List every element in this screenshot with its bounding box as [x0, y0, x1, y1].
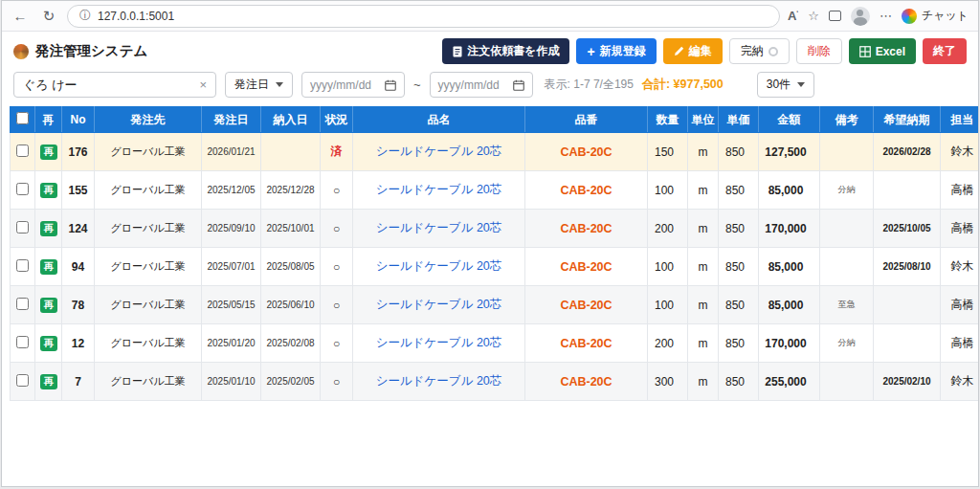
cell-unit: m — [688, 133, 719, 171]
exit-button[interactable]: 終了 — [923, 38, 967, 64]
cell-supplier: グローバル工業 — [95, 248, 202, 286]
cell-product: シールドケーブル 20芯 — [353, 248, 525, 286]
cell-reorder: 再 — [35, 171, 62, 210]
refresh-icon[interactable]: ↻ — [38, 8, 59, 25]
orders-table: 再No発注先発注日納入日状況品名品番数量単位単価金額備考希望納期担当 再176グ… — [10, 106, 979, 401]
page-size-select[interactable]: 30件 — [757, 72, 814, 98]
cell-price: 850 — [719, 324, 759, 363]
cell-reorder: 再 — [35, 286, 62, 324]
row-checkbox[interactable] — [16, 221, 29, 233]
cell-person: 鈴木 — [941, 133, 980, 171]
cell-no: 12 — [62, 324, 95, 363]
cell-desired: 2025/02/10 — [874, 363, 941, 401]
product-link[interactable]: シールドケーブル 20芯 — [376, 374, 502, 388]
chat-button[interactable]: チャット — [902, 8, 970, 24]
favorite-star-icon[interactable]: ☆ — [808, 9, 819, 23]
table-row[interactable]: 再7グローバル工業2025/01/102025/02/05○シールドケーブル 2… — [11, 363, 980, 401]
search-input[interactable]: ぐろ けー × — [13, 72, 216, 98]
table-row[interactable]: 再12グローバル工業2025/01/202025/02/08○シールドケーブル … — [11, 324, 980, 363]
profile-avatar[interactable] — [851, 7, 870, 26]
clear-search-icon[interactable]: × — [199, 78, 207, 92]
search-value: ぐろ けー — [23, 77, 78, 94]
cell-select — [11, 286, 35, 324]
cell-product: シールドケーブル 20芯 — [353, 363, 525, 401]
chevron-down-icon — [797, 82, 805, 87]
row-checkbox[interactable] — [16, 144, 29, 157]
chevron-down-icon — [276, 82, 283, 87]
table-row[interactable]: 再78グローバル工業2025/05/152025/06/10○シールドケーブル … — [11, 286, 980, 324]
collections-icon[interactable] — [829, 11, 841, 21]
column-header: 再 — [35, 107, 62, 133]
cell-supplier: グローバル工業 — [95, 133, 202, 171]
delete-button[interactable]: 削除 — [796, 38, 842, 64]
cell-price: 850 — [719, 248, 759, 286]
product-link[interactable]: シールドケーブル 20芯 — [376, 221, 502, 234]
cell-no: 7 — [62, 363, 95, 401]
row-checkbox[interactable] — [16, 259, 29, 272]
cell-unit: m — [688, 171, 719, 210]
browser-actions: Aʻ ☆ ⋯ チャット — [788, 7, 970, 26]
date-to-input[interactable]: yyyy/mm/dd — [430, 72, 533, 98]
product-link[interactable]: シールドケーブル 20芯 — [376, 298, 502, 311]
address-bar[interactable]: ⓘ 127.0.0.1:5001 — [67, 5, 780, 28]
complete-toggle-icon — [768, 47, 778, 56]
complete-button[interactable]: 完納 — [729, 38, 790, 64]
cell-note: 至急 — [820, 286, 874, 324]
cell-amount: 127,500 — [759, 133, 820, 171]
cell-person: 高橋 — [941, 171, 980, 210]
cell-supplier: グローバル工業 — [95, 363, 202, 401]
select-all-checkbox[interactable] — [16, 112, 29, 124]
table-row[interactable]: 再155グローバル工業2025/12/052025/12/28○シールドケーブル… — [11, 171, 980, 210]
cell-supplier: グローバル工業 — [95, 286, 202, 324]
toolbar: 注文依頼書を作成 + 新規登録 編集 完納 削除 Excel 終了 — [442, 38, 967, 64]
product-link[interactable]: シールドケーブル 20芯 — [376, 259, 502, 273]
cell-part: CAB-20C — [525, 210, 648, 248]
cell-qty: 100 — [648, 286, 688, 324]
cell-product: シールドケーブル 20芯 — [353, 210, 525, 248]
cell-qty: 200 — [648, 324, 688, 363]
cell-qty: 100 — [648, 171, 688, 210]
cell-qty: 300 — [648, 363, 688, 401]
read-aloud-icon[interactable]: Aʻ — [788, 9, 798, 23]
date-from-input[interactable]: yyyy/mm/dd — [301, 72, 405, 98]
product-link[interactable]: シールドケーブル 20芯 — [376, 183, 502, 196]
reorder-badge: 再 — [40, 336, 57, 351]
back-icon[interactable]: ← — [10, 8, 31, 24]
date-field-select[interactable]: 発注日 — [225, 72, 293, 98]
cell-note — [820, 210, 874, 248]
row-checkbox[interactable] — [16, 183, 29, 195]
edit-button[interactable]: 編集 — [663, 38, 723, 64]
cell-desired: 2025/10/05 — [874, 210, 941, 248]
row-checkbox[interactable] — [16, 298, 29, 310]
cell-desired — [874, 286, 941, 324]
cell-delivery_date: 2025/06/10 — [261, 286, 321, 324]
cell-delivery_date: 2025/10/01 — [261, 210, 321, 248]
excel-export-button[interactable]: Excel — [849, 38, 916, 64]
product-link[interactable]: シールドケーブル 20芯 — [376, 144, 502, 158]
excel-grid-icon — [859, 46, 871, 57]
cell-product: シールドケーブル 20芯 — [353, 171, 525, 210]
column-header: 金額 — [759, 107, 820, 133]
cell-desired: 2025/08/10 — [874, 248, 941, 286]
table-row[interactable]: 再94グローバル工業2025/07/012025/08/05○シールドケーブル … — [11, 248, 980, 286]
reorder-badge: 再 — [40, 298, 57, 313]
row-checkbox[interactable] — [16, 336, 29, 348]
site-info-icon[interactable]: ⓘ — [79, 8, 91, 24]
reorder-badge: 再 — [40, 221, 57, 236]
cell-unit: m — [688, 248, 719, 286]
cell-delivery_date: 2025/02/05 — [261, 363, 321, 401]
product-link[interactable]: シールドケーブル 20芯 — [376, 336, 502, 349]
cell-desired — [874, 171, 941, 210]
cell-product: シールドケーブル 20芯 — [353, 133, 525, 171]
table-row[interactable]: 再124グローバル工業2025/09/102025/10/01○シールドケーブル… — [11, 210, 980, 248]
browser-menu-icon[interactable]: ⋯ — [880, 9, 892, 23]
cell-part: CAB-20C — [525, 363, 648, 401]
new-entry-button[interactable]: + 新規登録 — [576, 38, 656, 64]
cell-part: CAB-20C — [525, 248, 648, 286]
create-order-doc-button[interactable]: 注文依頼書を作成 — [442, 38, 569, 64]
cell-supplier: グローバル工業 — [95, 324, 202, 363]
cell-unit: m — [688, 363, 719, 401]
row-checkbox[interactable] — [16, 374, 29, 387]
table-body: 再176グローバル工業2026/01/21済シールドケーブル 20芯CAB-20… — [11, 133, 980, 401]
table-row[interactable]: 再176グローバル工業2026/01/21済シールドケーブル 20芯CAB-20… — [11, 133, 980, 171]
